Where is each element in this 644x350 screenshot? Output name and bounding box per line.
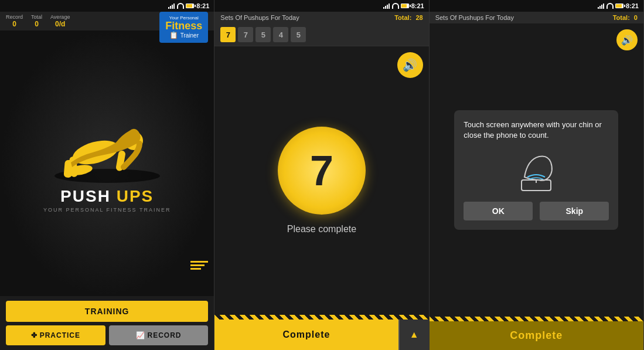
stat-average: Average 0/d — [50, 14, 70, 28]
dialog-bottom: Complete — [430, 317, 643, 350]
chin-dialog: Touch screen anywhere with your chin or … — [454, 110, 618, 230]
chin-figure — [507, 148, 565, 195]
time-s2: 8:21 — [411, 2, 424, 9]
secondary-buttons: ✤ PRACTICE 📈 RECORD — [6, 325, 208, 345]
accent-line-2 — [190, 264, 205, 266]
set-3: 5 — [255, 27, 271, 42]
button-area: TRAINING ✤ PRACTICE 📈 RECORD — [0, 296, 214, 350]
wifi-icon-s3 — [606, 3, 614, 9]
pushup-figure — [49, 108, 166, 185]
training-button[interactable]: TRAINING — [6, 301, 208, 322]
counter-circle: 7 — [278, 127, 366, 215]
time-s3: 8:21 — [626, 2, 639, 9]
puzzle-icon: ✤ — [31, 331, 38, 339]
set-5: 5 — [291, 27, 306, 42]
average-value: 0/d — [55, 20, 65, 28]
hazard-stripe-s3 — [430, 317, 643, 321]
stat-total: Total 0 — [31, 14, 42, 28]
battery-icon-s2 — [401, 4, 409, 8]
speaker-icon: 🔊 — [403, 58, 417, 72]
eject-button[interactable]: ▲ — [398, 320, 429, 350]
eject-icon: ▲ — [410, 329, 419, 340]
wifi-icon-s1 — [177, 3, 184, 9]
battery-icon-s3 — [615, 4, 623, 8]
signal-icon-s2 — [383, 3, 390, 9]
complete-button-s3[interactable]: Complete — [430, 321, 643, 350]
status-icons-s2 — [383, 3, 409, 9]
dialog-main: 🔊 Touch screen anywhere with your chin o… — [430, 23, 643, 317]
trainer-row: 📋 Trainer — [165, 31, 202, 39]
record-value: 0 — [12, 20, 16, 28]
status-icons-s3 — [598, 3, 623, 9]
dialog-instruction: Touch screen anywhere with your chin or … — [464, 120, 609, 141]
total-label: Total — [31, 14, 42, 20]
status-bar-s3: 8:21 — [430, 0, 643, 12]
skip-button[interactable]: Skip — [540, 202, 609, 220]
accent-line-3 — [190, 268, 201, 270]
record-label: Record — [6, 14, 23, 20]
app-subtitle: YOUR PERSONAL FITNESS TRAINER — [43, 207, 171, 213]
dialog-header: Sets Of Pushups For Today Total: 0 — [430, 12, 643, 23]
speaker-icon-s3: 🔊 — [621, 35, 633, 46]
average-label: Average — [50, 14, 70, 20]
dialog-total: Total: 0 — [613, 14, 638, 21]
chart-icon: 📈 — [136, 331, 145, 339]
hazard-stripe-s2 — [214, 315, 428, 320]
counter-number: 7 — [310, 147, 333, 195]
stats-container: Record 0 Total 0 Average 0/d — [6, 14, 70, 28]
practice-button[interactable]: ✤ PRACTICE — [6, 325, 105, 345]
fitness-badge: Your Personal Fitness 📋 Trainer — [159, 12, 208, 43]
workout-bottom: Complete ▲ — [214, 320, 428, 350]
sound-button[interactable]: 🔊 — [397, 52, 423, 78]
ok-button[interactable]: OK — [464, 202, 533, 220]
push-text: PUSH — [60, 187, 117, 205]
record-button[interactable]: 📈 RECORD — [109, 325, 209, 345]
complete-button-s2[interactable]: Complete — [214, 320, 398, 350]
total-value: 0 — [35, 20, 39, 28]
app-title: PUSH UPS — [60, 187, 154, 206]
please-complete-text: Please complete — [287, 224, 356, 235]
signal-icon-s3 — [598, 3, 605, 9]
clipboard-icon: 📋 — [169, 31, 178, 39]
accent-line-1 — [190, 261, 208, 263]
signal-icon-s1 — [168, 3, 175, 9]
stat-record: Record 0 — [6, 14, 23, 28]
status-bar-s1: 8:21 — [0, 0, 214, 12]
dialog-screen: 8:21 Sets Of Pushups For Today Total: 0 … — [430, 0, 644, 350]
fitness-text: Fitness — [165, 21, 202, 31]
dialog-action-buttons: OK Skip — [464, 202, 609, 220]
stats-bar: Record 0 Total 0 Average 0/d Your Person… — [0, 12, 214, 30]
workout-header-label: Sets Of Pushups For Today — [220, 14, 299, 21]
home-screen: 8:21 Record 0 Total 0 Average 0/d Your P… — [0, 0, 214, 350]
sound-button-s3[interactable]: 🔊 — [616, 29, 638, 50]
status-icons-s1 — [168, 3, 194, 9]
set-4: 4 — [273, 27, 288, 42]
workout-screen: 8:21 Sets Of Pushups For Today Total: 28… — [214, 0, 429, 350]
status-bar-s2: 8:21 — [214, 0, 428, 12]
hero-section: PUSH UPS YOUR PERSONAL FITNESS TRAINER — [0, 30, 214, 296]
wifi-icon-s2 — [392, 3, 399, 9]
battery-icon-s1 — [186, 4, 194, 8]
workout-header: Sets Of Pushups For Today Total: 28 — [214, 12, 428, 23]
dialog-header-label: Sets Of Pushups For Today — [435, 14, 514, 21]
sets-row: 7 7 5 4 5 — [214, 23, 428, 46]
workout-main[interactable]: 🔊 7 Please complete — [214, 46, 428, 315]
trainer-text: Trainer — [180, 32, 199, 39]
time-s1: 8:21 — [196, 2, 209, 9]
set-1: 7 — [220, 27, 236, 42]
ups-text: UPS — [117, 187, 154, 205]
workout-total: Total: 28 — [394, 14, 422, 21]
set-2: 7 — [238, 27, 253, 42]
